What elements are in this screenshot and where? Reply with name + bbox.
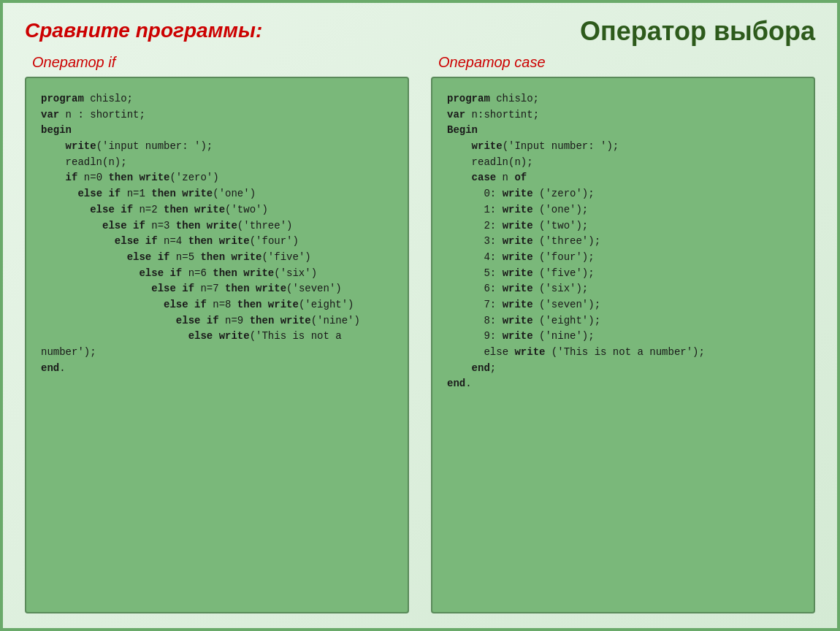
left-code-box: program chislo; var n : shortint; begin …	[25, 77, 409, 613]
header-bar: Сравните программы: Оператор выбора	[3, 3, 837, 47]
right-code-box: program chislo; var n:shortint; Begin wr…	[431, 77, 815, 613]
left-panel-label: Оператор if	[25, 54, 409, 71]
slide: Сравните программы: Оператор выбора Опер…	[0, 0, 840, 631]
right-panel: Оператор case program chislo; var n:shor…	[431, 54, 815, 613]
left-panel: Оператор if program chislo; var n : shor…	[25, 54, 409, 613]
slide-title: Оператор выбора	[262, 16, 815, 47]
right-panel-label: Оператор case	[431, 54, 815, 71]
left-code-content: program chislo; var n : shortint; begin …	[41, 91, 393, 376]
content-area: Оператор if program chislo; var n : shor…	[3, 47, 837, 628]
compare-heading: Сравните программы:	[25, 19, 262, 42]
right-code-content: program chislo; var n:shortint; Begin wr…	[447, 91, 799, 392]
